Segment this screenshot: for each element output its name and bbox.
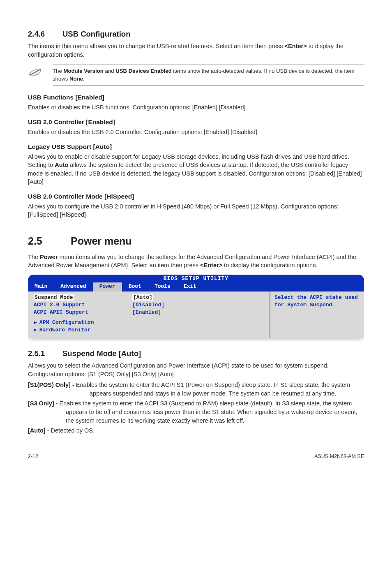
page-footer: 2-12 ASUS M2N68-AM SE [28,453,364,460]
bios-label: Suspend Mode [34,294,74,301]
subheading: USB 2.0 Controller [Enabled] [28,118,364,127]
bios-screenshot: BIOS SETUP UTILITY Main Advanced Power B… [28,275,364,338]
option-label: [S1(POS) Only] - [28,382,76,388]
section-title: Suspend Mode [Auto] [62,349,141,358]
bios-value: [Enabled] [132,309,161,316]
bios-value: [Disabled] [132,301,164,309]
body-text: Allows you to select the Advanced Config… [28,361,364,378]
section-title: USB Configuration [62,30,130,38]
subheading: USB Functions [Enabled] [28,93,364,102]
section-number: 2.5 [28,234,71,249]
section-number: 2.5.1 [28,348,62,359]
bios-row-suspend-mode[interactable]: Suspend Mode [Auto] [34,294,264,301]
option-auto: [Auto] - Detected by OS. [28,426,364,435]
section-title: Power menu [71,235,132,247]
body-text: Allows you to configure the USB 2.0 cont… [28,202,364,219]
body-text: The items in this menu allows you to cha… [28,42,364,59]
option-label: [S3 Only] - [28,400,60,407]
option-label: [Auto] - [28,427,51,434]
option-s3only: [S3 Only] - Enables the system to enter … [28,399,364,425]
heading-suspend-mode: 2.5.1Suspend Mode [Auto] [28,348,364,359]
bios-submenu-label: Hardware Monitor [39,327,91,333]
option-text: Enables the system to enter the ACPI S3 … [60,400,357,423]
page-number: 2-12 [28,453,38,460]
subheading: USB 2.0 Controller Mode [HiSpeed] [28,192,364,201]
body-text: Enables or disables the USB functions. C… [28,103,364,112]
bios-tab-boot[interactable]: Boot [122,282,148,291]
body-text: Enables or disables the USB 2.0 Controll… [28,128,364,136]
bios-submenu-hwmon[interactable]: ▶Hardware Monitor [34,326,264,334]
body-text: Allows you to enable or disable support … [28,153,364,186]
subheading: Legacy USB Support [Auto] [28,142,364,151]
option-text: Detected by OS. [51,427,95,434]
bios-tab-power[interactable]: Power [93,282,122,291]
triangle-right-icon: ▶ [34,327,37,333]
bios-row-acpi20[interactable]: ACPI 2.0 Support [Disabled] [34,301,264,309]
note-block: The Module Version and USB Devices Enabl… [28,65,364,86]
bios-label: ACPI APIC Support [34,309,132,316]
note-text: The Module Version and USB Devices Enabl… [53,65,364,86]
option-s1pos: [S1(POS) Only] - Enables the system to e… [28,381,364,398]
option-text: Enables the system to enter the ACPI S1 … [76,382,350,397]
bios-tab-tools[interactable]: Tools [148,282,177,291]
bios-main-pane: Suspend Mode [Auto] ACPI 2.0 Support [Di… [28,292,270,338]
product-name: ASUS M2N68-AM SE [314,453,364,460]
bios-tab-advanced[interactable]: Advanced [54,282,92,291]
bios-row-acpi-apic[interactable]: ACPI APIC Support [Enabled] [34,309,264,316]
body-text: The Power menu items allow you to change… [28,253,364,270]
note-icon [28,65,53,79]
heading-usb-configuration: 2.4.6USB Configuration [28,29,364,39]
bios-help-pane: Select the ACPI state used for System Su… [270,292,364,338]
bios-tab-exit[interactable]: Exit [177,282,203,291]
bios-value: [Auto] [132,294,153,301]
section-number: 2.4.6 [28,29,62,39]
bios-tab-bar: Main Advanced Power Boot Tools Exit [28,282,364,291]
bios-title: BIOS SETUP UTILITY [28,275,364,282]
heading-power-menu: 2.5Power menu [28,234,364,249]
bios-tab-main[interactable]: Main [28,282,54,291]
bios-submenu-label: APM Configuration [39,319,94,326]
bios-label: ACPI 2.0 Support [34,301,132,309]
bios-submenu-apm[interactable]: ▶APM Configuration [34,319,264,326]
triangle-right-icon: ▶ [34,319,37,326]
